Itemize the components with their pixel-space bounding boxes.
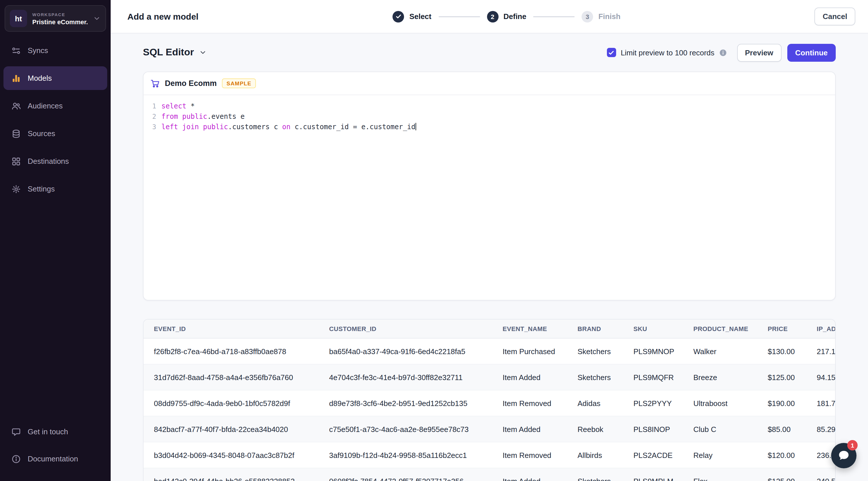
table-cell: Relay — [683, 442, 757, 468]
table-cell: Item Added — [492, 364, 567, 390]
table-cell: Item Added — [492, 468, 567, 481]
sidebar-item-label: Sources — [28, 129, 55, 138]
sql-code-editor[interactable]: 1select *2from public.events e3left join… — [144, 95, 835, 300]
table-cell: $85.00 — [757, 416, 806, 442]
sidebar-item-audiences[interactable]: Audiences — [3, 94, 107, 118]
results-table: EVENT_IDCUSTOMER_IDEVENT_NAMEBRANDSKUPRO… — [144, 320, 836, 481]
syncs-icon — [11, 46, 21, 55]
table-cell: bad142c0-394f-44ba-bb26-e55883328852 — [144, 468, 319, 481]
table-row: b3d04d42-b069-4345-8048-07aac3c87b2f3af9… — [144, 442, 836, 468]
table-cell: 4e704c3f-fe3c-41e4-b97d-30ff82e32711 — [319, 364, 492, 390]
table-cell: $130.00 — [757, 338, 806, 364]
chevron-down-icon — [93, 14, 101, 23]
step-connector — [533, 16, 575, 17]
sidebar-item-models[interactable]: Models — [3, 66, 107, 90]
chevron-down-icon — [199, 49, 207, 57]
models-icon — [11, 73, 21, 83]
sidebar-item-label: Destinations — [28, 157, 69, 166]
workspace-logo: ht — [10, 10, 27, 27]
column-header: CUSTOMER_ID — [319, 320, 492, 338]
table-cell: Walker — [683, 338, 757, 364]
column-header: PRICE — [757, 320, 806, 338]
table-cell: PLS2ACDE — [623, 442, 683, 468]
step-label: Define — [503, 12, 526, 21]
documentation-icon — [11, 454, 21, 463]
table-cell: 0608f3fc-7854-4472-9f57-f5207717a356 — [319, 468, 492, 481]
info-icon[interactable] — [719, 49, 726, 56]
table-cell: Reebok — [567, 416, 623, 442]
sidebar-item-syncs[interactable]: Syncs — [3, 39, 107, 62]
page-title: Add a new model — [127, 11, 198, 21]
app-window: ht WORKSPACE Pristine eCommer... SyncsMo… — [0, 0, 868, 481]
table-cell: PLS9MNOP — [623, 338, 683, 364]
table-cell: c75e50f1-a73c-4ac6-aa2e-8e955ee78c73 — [319, 416, 492, 442]
table-cell: d89e73f8-3cf6-4be2-b951-9ed1252cb135 — [319, 390, 492, 416]
column-header: BRAND — [567, 320, 623, 338]
sidebar-item-sources[interactable]: Sources — [3, 122, 107, 145]
main-area: Add a new model Select2Define3Finish Can… — [111, 0, 868, 481]
table-cell: Ultraboost — [683, 390, 757, 416]
sidebar: ht WORKSPACE Pristine eCommer... SyncsMo… — [0, 0, 111, 481]
audiences-icon — [11, 101, 21, 111]
code-line: 3left join public.customers c on c.custo… — [144, 122, 835, 132]
notification-badge: 1 — [847, 440, 858, 450]
sidebar-item-destinations[interactable]: Destinations — [3, 149, 107, 173]
step-check-icon — [393, 11, 404, 22]
table-cell: 94.15 — [806, 364, 836, 390]
settings-icon — [11, 184, 21, 193]
table-cell: 85.29 — [806, 416, 836, 442]
table-cell: Club C — [683, 416, 757, 442]
destinations-icon — [11, 157, 21, 166]
table-row: 31d7d62f-8aad-4758-a4a4-e356fb76a7604e70… — [144, 364, 836, 390]
step-connector — [438, 16, 480, 17]
table-cell: Flex — [683, 468, 757, 481]
table-cell: Item Removed — [492, 390, 567, 416]
sidebar-item-documentation[interactable]: Documentation — [3, 447, 107, 471]
sidebar-item-label: Documentation — [28, 454, 78, 463]
editor-toolbar: SQL Editor Limit preview to 100 records … — [143, 33, 836, 71]
table-cell: Sketchers — [567, 468, 623, 481]
shopping-cart-icon — [150, 79, 160, 88]
code-text: select * — [161, 101, 195, 111]
line-number: 2 — [144, 111, 161, 122]
text-caret — [415, 123, 416, 130]
code-line: 1select * — [144, 101, 835, 111]
sidebar-item-settings[interactable]: Settings — [3, 177, 107, 201]
limit-checkbox[interactable] — [607, 48, 616, 57]
table-cell: 240.5 — [806, 468, 836, 481]
table-cell: Allbirds — [567, 442, 623, 468]
table-cell: Breeze — [683, 364, 757, 390]
sidebar-item-label: Settings — [28, 185, 55, 193]
continue-button[interactable]: Continue — [787, 43, 836, 61]
preview-results-table: EVENT_IDCUSTOMER_IDEVENT_NAMEBRANDSKUPRO… — [143, 319, 836, 481]
preview-button[interactable]: Preview — [737, 43, 781, 61]
line-number: 1 — [144, 101, 161, 111]
cancel-button[interactable]: Cancel — [815, 7, 855, 25]
sql-editor-dropdown[interactable]: SQL Editor — [143, 47, 207, 58]
workspace-eyebrow: WORKSPACE — [32, 12, 88, 17]
sample-badge: SAMPLE — [222, 79, 256, 89]
source-header: Demo Ecomm SAMPLE — [144, 72, 835, 95]
table-cell: Item Purchased — [492, 338, 567, 364]
table-row: bad142c0-394f-44ba-bb26-e558833288520608… — [144, 468, 836, 481]
table-cell: PLS2PYYY — [623, 390, 683, 416]
limit-label: Limit preview to 100 records — [621, 48, 714, 57]
code-line: 2from public.events e — [144, 111, 835, 122]
sql-editor-card: Demo Ecomm SAMPLE 1select *2from public.… — [143, 71, 836, 300]
workspace-selector[interactable]: ht WORKSPACE Pristine eCommer... — [5, 5, 106, 32]
code-text: left join public.customers c on c.custom… — [161, 122, 416, 132]
table-cell: b3d04d42-b069-4345-8048-07aac3c87b2f — [144, 442, 319, 468]
chat-launcher-button[interactable]: 1 — [831, 443, 857, 468]
table-cell: 181.73 — [806, 390, 836, 416]
table-cell: Sketchers — [567, 338, 623, 364]
table-cell: Sketchers — [567, 364, 623, 390]
sidebar-item-get-in-touch[interactable]: Get in touch — [3, 420, 107, 444]
column-header: SKU — [623, 320, 683, 338]
table-row: 842bacf7-a77f-40f7-bfda-22cea34b4020c75e… — [144, 416, 836, 442]
line-number: 3 — [144, 122, 161, 132]
sidebar-item-label: Audiences — [28, 101, 63, 110]
step-number: 3 — [582, 11, 593, 22]
step-number: 2 — [487, 11, 498, 22]
sources-icon — [11, 129, 21, 138]
step-label: Finish — [598, 12, 620, 21]
